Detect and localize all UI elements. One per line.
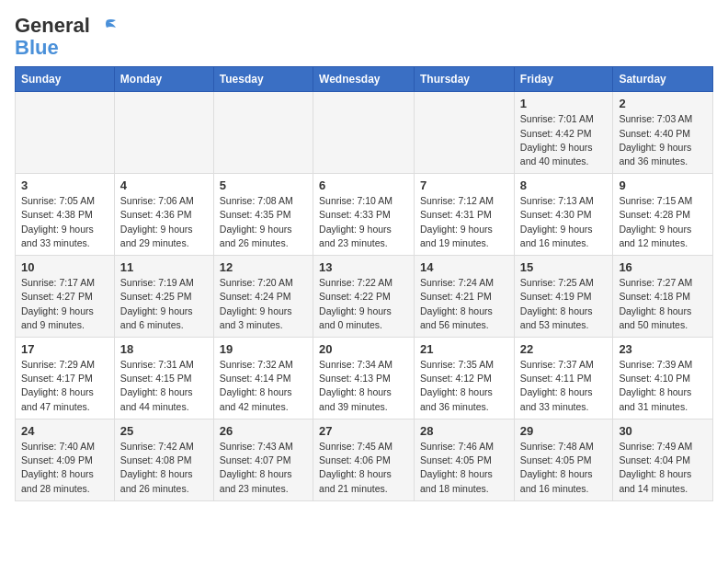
day-info: Sunrise: 7:17 AM Sunset: 4:27 PM Dayligh… [21,276,108,332]
calendar-cell: 8Sunrise: 7:13 AM Sunset: 4:30 PM Daylig… [514,174,613,256]
day-info: Sunrise: 7:10 AM Sunset: 4:33 PM Dayligh… [319,194,408,250]
day-number: 21 [420,342,508,356]
calendar-cell: 22Sunrise: 7:37 AM Sunset: 4:11 PM Dayli… [514,338,613,419]
column-header-tuesday: Tuesday [213,67,313,92]
day-info: Sunrise: 7:48 AM Sunset: 4:05 PM Dayligh… [520,440,608,496]
day-number: 30 [619,424,707,438]
calendar-cell [415,92,515,174]
column-header-wednesday: Wednesday [313,67,415,92]
day-info: Sunrise: 7:19 AM Sunset: 4:25 PM Dayligh… [120,276,208,332]
day-number: 14 [420,260,508,274]
calendar-week-5: 24Sunrise: 7:40 AM Sunset: 4:09 PM Dayli… [16,419,713,500]
calendar-cell: 6Sunrise: 7:10 AM Sunset: 4:33 PM Daylig… [313,174,415,256]
day-info: Sunrise: 7:45 AM Sunset: 4:06 PM Dayligh… [319,440,408,496]
calendar-cell: 17Sunrise: 7:29 AM Sunset: 4:17 PM Dayli… [16,338,115,419]
day-number: 11 [120,260,208,274]
calendar-cell: 23Sunrise: 7:39 AM Sunset: 4:10 PM Dayli… [613,338,713,419]
logo-bird-icon [97,18,118,35]
calendar-week-3: 10Sunrise: 7:17 AM Sunset: 4:27 PM Dayli… [16,256,713,338]
calendar-cell: 24Sunrise: 7:40 AM Sunset: 4:09 PM Dayli… [16,419,115,500]
column-header-sunday: Sunday [16,67,115,92]
day-number: 15 [520,260,608,274]
day-info: Sunrise: 7:20 AM Sunset: 4:24 PM Dayligh… [220,276,307,332]
calendar-cell: 15Sunrise: 7:25 AM Sunset: 4:19 PM Dayli… [514,256,613,338]
day-info: Sunrise: 7:24 AM Sunset: 4:21 PM Dayligh… [420,276,508,332]
column-header-thursday: Thursday [415,67,515,92]
day-info: Sunrise: 7:22 AM Sunset: 4:22 PM Dayligh… [319,276,408,332]
day-info: Sunrise: 7:34 AM Sunset: 4:13 PM Dayligh… [319,358,408,414]
calendar-cell: 5Sunrise: 7:08 AM Sunset: 4:35 PM Daylig… [213,174,313,256]
calendar-cell: 20Sunrise: 7:34 AM Sunset: 4:13 PM Dayli… [313,338,415,419]
day-number: 10 [21,260,108,274]
day-info: Sunrise: 7:12 AM Sunset: 4:31 PM Dayligh… [420,194,508,250]
day-number: 6 [319,178,408,192]
day-info: Sunrise: 7:42 AM Sunset: 4:08 PM Dayligh… [120,440,208,496]
day-number: 18 [120,342,208,356]
calendar-cell: 19Sunrise: 7:32 AM Sunset: 4:14 PM Dayli… [213,338,313,419]
day-info: Sunrise: 7:13 AM Sunset: 4:30 PM Dayligh… [520,194,608,250]
day-info: Sunrise: 7:25 AM Sunset: 4:19 PM Dayligh… [520,276,608,332]
column-header-monday: Monday [114,67,213,92]
day-info: Sunrise: 7:05 AM Sunset: 4:38 PM Dayligh… [21,194,108,250]
day-info: Sunrise: 7:46 AM Sunset: 4:05 PM Dayligh… [420,440,508,496]
calendar-cell [114,92,213,174]
calendar-cell: 27Sunrise: 7:45 AM Sunset: 4:06 PM Dayli… [313,419,415,500]
page-header: General Blue [15,15,713,59]
day-number: 16 [619,260,707,274]
day-info: Sunrise: 7:43 AM Sunset: 4:07 PM Dayligh… [220,440,307,496]
calendar-cell: 12Sunrise: 7:20 AM Sunset: 4:24 PM Dayli… [213,256,313,338]
column-header-friday: Friday [514,67,613,92]
day-info: Sunrise: 7:35 AM Sunset: 4:12 PM Dayligh… [420,358,508,414]
day-info: Sunrise: 7:32 AM Sunset: 4:14 PM Dayligh… [220,358,307,414]
day-number: 25 [120,424,208,438]
calendar-table: SundayMondayTuesdayWednesdayThursdayFrid… [15,66,713,500]
calendar-cell: 25Sunrise: 7:42 AM Sunset: 4:08 PM Dayli… [114,419,213,500]
day-number: 26 [220,424,307,438]
day-info: Sunrise: 7:49 AM Sunset: 4:04 PM Dayligh… [619,440,707,496]
calendar-cell: 18Sunrise: 7:31 AM Sunset: 4:15 PM Dayli… [114,338,213,419]
day-info: Sunrise: 7:06 AM Sunset: 4:36 PM Dayligh… [120,194,208,250]
logo-general: General [15,14,90,37]
day-number: 29 [520,424,608,438]
day-info: Sunrise: 7:37 AM Sunset: 4:11 PM Dayligh… [520,358,608,414]
day-number: 22 [520,342,608,356]
calendar-cell: 29Sunrise: 7:48 AM Sunset: 4:05 PM Dayli… [514,419,613,500]
calendar-week-4: 17Sunrise: 7:29 AM Sunset: 4:17 PM Dayli… [16,338,713,419]
day-info: Sunrise: 7:39 AM Sunset: 4:10 PM Dayligh… [619,358,707,414]
day-number: 27 [319,424,408,438]
day-info: Sunrise: 7:29 AM Sunset: 4:17 PM Dayligh… [21,358,108,414]
day-info: Sunrise: 7:01 AM Sunset: 4:42 PM Dayligh… [520,112,608,168]
calendar-cell: 9Sunrise: 7:15 AM Sunset: 4:28 PM Daylig… [613,174,713,256]
day-number: 13 [319,260,408,274]
calendar-cell [213,92,313,174]
calendar-cell: 13Sunrise: 7:22 AM Sunset: 4:22 PM Dayli… [313,256,415,338]
day-number: 24 [21,424,108,438]
day-info: Sunrise: 7:40 AM Sunset: 4:09 PM Dayligh… [21,440,108,496]
day-number: 1 [520,97,608,110]
day-number: 28 [420,424,508,438]
day-number: 5 [220,178,307,192]
day-number: 17 [21,342,108,356]
calendar-cell: 26Sunrise: 7:43 AM Sunset: 4:07 PM Dayli… [213,419,313,500]
calendar-cell: 7Sunrise: 7:12 AM Sunset: 4:31 PM Daylig… [415,174,515,256]
day-number: 4 [120,178,208,192]
logo-blue: Blue [15,37,59,59]
day-number: 7 [420,178,508,192]
calendar-week-1: 1Sunrise: 7:01 AM Sunset: 4:42 PM Daylig… [16,92,713,174]
calendar-week-2: 3Sunrise: 7:05 AM Sunset: 4:38 PM Daylig… [16,174,713,256]
calendar-cell: 30Sunrise: 7:49 AM Sunset: 4:04 PM Dayli… [613,419,713,500]
calendar-cell: 28Sunrise: 7:46 AM Sunset: 4:05 PM Dayli… [415,419,515,500]
calendar-cell [16,92,115,174]
column-header-saturday: Saturday [613,67,713,92]
calendar-cell: 11Sunrise: 7:19 AM Sunset: 4:25 PM Dayli… [114,256,213,338]
day-number: 9 [619,178,707,192]
calendar-cell: 16Sunrise: 7:27 AM Sunset: 4:18 PM Dayli… [613,256,713,338]
calendar-cell: 4Sunrise: 7:06 AM Sunset: 4:36 PM Daylig… [114,174,213,256]
day-info: Sunrise: 7:03 AM Sunset: 4:40 PM Dayligh… [619,112,707,168]
calendar-cell: 21Sunrise: 7:35 AM Sunset: 4:12 PM Dayli… [415,338,515,419]
day-info: Sunrise: 7:31 AM Sunset: 4:15 PM Dayligh… [120,358,208,414]
day-info: Sunrise: 7:08 AM Sunset: 4:35 PM Dayligh… [220,194,307,250]
calendar-cell [313,92,415,174]
day-number: 8 [520,178,608,192]
day-number: 3 [21,178,108,192]
